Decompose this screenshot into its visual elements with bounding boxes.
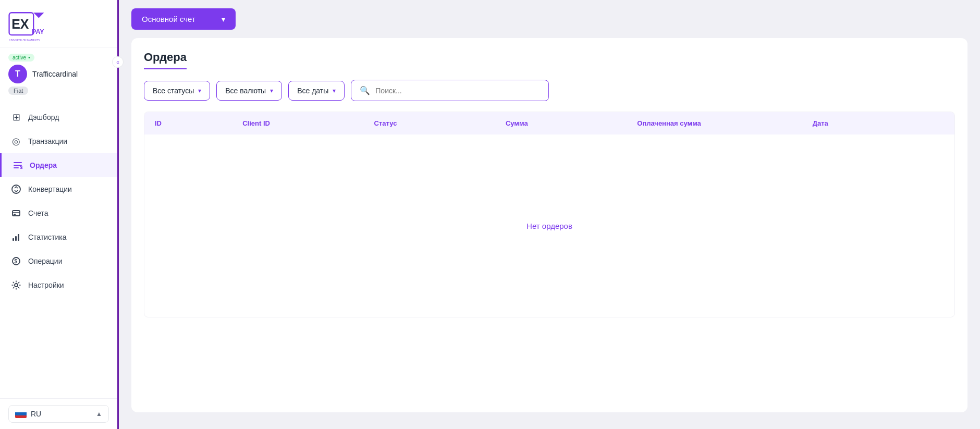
- sidebar-item-orders[interactable]: Ордера: [0, 153, 117, 177]
- sidebar-item-accounts[interactable]: Счета: [0, 201, 117, 225]
- transactions-icon: ◎: [10, 136, 22, 147]
- currency-filter-button[interactable]: Все валюты ▾: [216, 81, 282, 101]
- sidebar-item-dashboard[interactable]: ⊞ Дэшборд: [0, 105, 117, 129]
- col-id: ID: [155, 119, 242, 127]
- nav-menu: ⊞ Дэшборд ◎ Транзакции Ордера: [0, 101, 117, 398]
- sidebar-item-accounts-label: Счета: [28, 209, 48, 217]
- sidebar-item-conversions[interactable]: Конвертации: [0, 177, 117, 201]
- col-amount: Сумма: [506, 119, 637, 127]
- language-selector[interactable]: RU ▲: [8, 405, 109, 423]
- date-filter-button[interactable]: Все даты ▾: [288, 81, 345, 101]
- svg-rect-5: [14, 162, 22, 163]
- sidebar-item-dashboard-label: Дэшборд: [28, 113, 59, 121]
- svg-rect-12: [14, 214, 16, 215]
- search-icon: 🔍: [360, 85, 370, 95]
- svg-rect-6: [14, 165, 22, 166]
- statistics-icon: [10, 231, 22, 243]
- page-title: Ордера: [144, 51, 187, 69]
- dashboard-icon: ⊞: [10, 112, 22, 123]
- svg-rect-14: [15, 236, 17, 241]
- svg-marker-2: [33, 13, 44, 18]
- empty-orders-message: Нет ордеров: [526, 222, 572, 230]
- svg-text:PAY: PAY: [32, 29, 44, 36]
- active-badge: active: [8, 54, 34, 62]
- sidebar-item-statistics-label: Статистика: [28, 233, 67, 241]
- filters-row: Все статусы ▾ Все валюты ▾ Все даты ▾ 🔍: [144, 80, 955, 101]
- logo-area: EX PAY UNIVERSE OF PAYMENTS: [0, 0, 117, 47]
- user-section: active T Trafficcardinal Fiat: [0, 47, 117, 101]
- sidebar-item-operations[interactable]: $ Операции: [0, 249, 117, 273]
- sidebar-item-settings-label: Настройки: [28, 281, 64, 289]
- operations-icon: $: [10, 255, 22, 267]
- accounts-icon: [10, 207, 22, 219]
- top-bar: Основной счет ▾: [119, 0, 980, 38]
- sidebar-item-statistics[interactable]: Статистика: [0, 225, 117, 249]
- date-chevron-icon: ▾: [333, 87, 336, 94]
- sidebar-item-conversions-label: Конвертации: [28, 185, 72, 193]
- sidebar-item-transactions-label: Транзакции: [28, 137, 67, 145]
- col-status: Статус: [374, 119, 506, 127]
- status-filter-button[interactable]: Все статусы ▾: [144, 81, 210, 101]
- search-input[interactable]: [375, 87, 540, 95]
- sidebar-item-transactions[interactable]: ◎ Транзакции: [0, 129, 117, 153]
- currency-chevron-icon: ▾: [270, 87, 273, 94]
- col-date: Дата: [813, 119, 944, 127]
- settings-icon: [10, 279, 22, 291]
- expay-logo-icon: EX PAY UNIVERSE OF PAYMENTS: [8, 9, 45, 41]
- orders-panel: Ордера Все статусы ▾ Все валюты ▾ Все да…: [131, 38, 967, 412]
- account-dropdown-button[interactable]: Основной счет ▾: [131, 8, 236, 30]
- svg-rect-7: [14, 167, 19, 168]
- sidebar-item-operations-label: Операции: [28, 257, 63, 265]
- orders-table: ID Client ID Статус Сумма Оплаченная сум…: [144, 112, 955, 317]
- col-paid-amount: Оплаченная сумма: [637, 119, 812, 127]
- account-chevron-icon: ▾: [222, 15, 225, 23]
- svg-rect-10: [13, 211, 20, 216]
- svg-text:$: $: [15, 259, 18, 264]
- col-client-id: Client ID: [242, 119, 374, 127]
- language-code: RU: [31, 410, 92, 418]
- conversions-icon: [10, 183, 22, 195]
- orders-icon: [12, 160, 23, 171]
- svg-rect-15: [18, 234, 19, 241]
- sidebar-item-settings[interactable]: Настройки: [0, 273, 117, 297]
- avatar: T: [8, 65, 27, 83]
- table-header: ID Client ID Статус Сумма Оплаченная сум…: [144, 112, 954, 134]
- svg-text:EX: EX: [11, 17, 29, 31]
- status-chevron-icon: ▾: [198, 87, 201, 94]
- sidebar-collapse-button[interactable]: «: [112, 56, 124, 68]
- svg-rect-13: [13, 238, 14, 241]
- language-chevron-icon: ▲: [96, 410, 102, 418]
- user-type-badge: Fiat: [8, 87, 28, 95]
- svg-text:UNIVERSE OF PAYMENTS: UNIVERSE OF PAYMENTS: [9, 40, 40, 41]
- content-area: Ордера Все статусы ▾ Все валюты ▾ Все да…: [119, 38, 980, 429]
- main-content: Основной счет ▾ Ордера Все статусы ▾ Все…: [119, 0, 980, 429]
- username-label: Trafficcardinal: [32, 70, 78, 78]
- search-container: 🔍: [351, 80, 549, 101]
- sidebar-item-orders-label: Ордера: [30, 161, 57, 169]
- sidebar: EX PAY UNIVERSE OF PAYMENTS « active T T…: [0, 0, 119, 429]
- russia-flag-icon: [15, 410, 27, 418]
- sidebar-footer: RU ▲: [0, 398, 117, 429]
- svg-point-18: [15, 284, 18, 287]
- table-body-empty: Нет ордеров: [144, 134, 954, 317]
